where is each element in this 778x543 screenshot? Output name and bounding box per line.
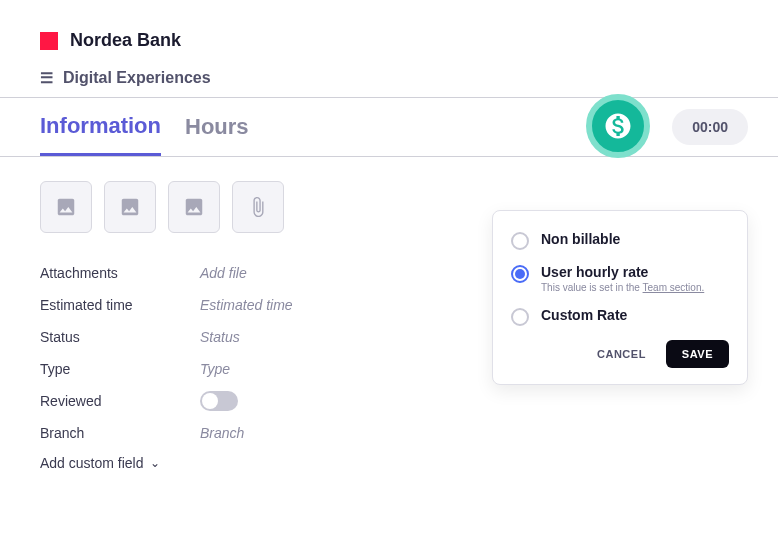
breadcrumb[interactable]: ☰ Digital Experiences [40, 69, 738, 87]
image-icon [183, 196, 205, 218]
brand-logo [40, 32, 58, 50]
thumbnail-image[interactable] [40, 181, 92, 233]
breadcrumb-label: Digital Experiences [63, 69, 211, 87]
timer-display[interactable]: 00:00 [672, 109, 748, 145]
branch-input[interactable]: Branch [200, 425, 244, 441]
radio-non-billable[interactable]: Non billable [511, 231, 729, 250]
radio-label: User hourly rate [541, 264, 704, 280]
chevron-down-icon: ⌄ [150, 456, 160, 470]
field-label: Reviewed [40, 393, 200, 409]
field-reviewed: Reviewed [40, 385, 738, 417]
tab-information[interactable]: Information [40, 99, 161, 156]
field-label: Estimated time [40, 297, 200, 313]
radio-icon [511, 232, 529, 250]
tab-hours[interactable]: Hours [185, 100, 249, 154]
radio-user-hourly-rate[interactable]: User hourly rate This value is set in th… [511, 264, 729, 293]
image-icon [119, 196, 141, 218]
save-button[interactable]: SAVE [666, 340, 729, 368]
hamburger-icon: ☰ [40, 69, 53, 87]
tabs-row: Information Hours 00:00 [0, 97, 778, 157]
dollar-icon [603, 111, 633, 141]
add-file-link[interactable]: Add file [200, 265, 247, 281]
radio-icon [511, 265, 529, 283]
rate-selection-card: Non billable User hourly rate This value… [492, 210, 748, 385]
paperclip-icon [247, 196, 269, 218]
field-branch: Branch Branch [40, 417, 738, 449]
brand-name: Nordea Bank [70, 30, 181, 51]
field-label: Attachments [40, 265, 200, 281]
type-input[interactable]: Type [200, 361, 230, 377]
radio-label: Non billable [541, 231, 620, 247]
radio-help-text: This value is set in the Team section. [541, 282, 704, 293]
billing-rate-button[interactable] [586, 94, 650, 158]
thumbnail-attachment[interactable] [232, 181, 284, 233]
radio-label: Custom Rate [541, 307, 627, 323]
field-label: Status [40, 329, 200, 345]
add-custom-field-button[interactable]: Add custom field ⌄ [40, 455, 738, 471]
thumbnail-image[interactable] [104, 181, 156, 233]
add-custom-field-label: Add custom field [40, 455, 144, 471]
radio-icon [511, 308, 529, 326]
team-section-link[interactable]: Team section. [643, 282, 705, 293]
cancel-button[interactable]: CANCEL [587, 340, 656, 368]
estimated-time-input[interactable]: Estimated time [200, 297, 293, 313]
radio-custom-rate[interactable]: Custom Rate [511, 307, 729, 326]
field-label: Branch [40, 425, 200, 441]
status-input[interactable]: Status [200, 329, 240, 345]
image-icon [55, 196, 77, 218]
field-label: Type [40, 361, 200, 377]
thumbnail-image[interactable] [168, 181, 220, 233]
brand: Nordea Bank [40, 30, 738, 51]
reviewed-toggle[interactable] [200, 391, 238, 411]
